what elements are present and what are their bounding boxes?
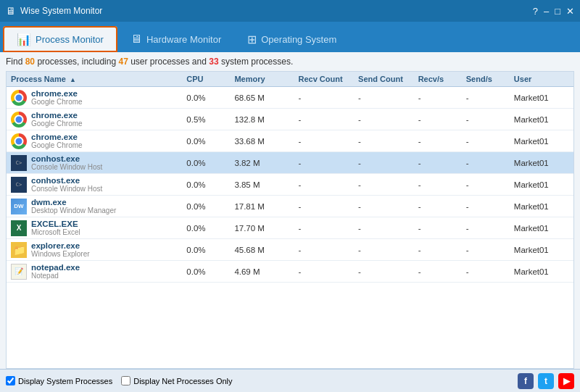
table-row[interactable]: 📁 explorer.exe Windows Explorer 0.0% 45.… [7, 239, 573, 261]
total-count: 80 [25, 57, 35, 67]
process-name: conhost.exe [31, 176, 102, 185]
facebook-link[interactable]: f [518, 373, 534, 389]
process-desc: Windows Explorer [31, 250, 90, 258]
content-area: Find 80 processes, including 47 user pro… [0, 52, 580, 369]
twitter-link[interactable]: t [538, 373, 554, 389]
process-recv: - [294, 261, 354, 283]
process-sends: - [462, 217, 510, 239]
display-system-checkbox[interactable]: Display System Processes [6, 376, 112, 385]
chrome-icon [11, 112, 27, 128]
maximize-button[interactable]: □ [555, 6, 560, 17]
process-name: chrome.exe [31, 89, 83, 98]
col-header-memory[interactable]: Memory [230, 72, 294, 87]
table-row[interactable]: conhost.exe Console Window Host 0.0% 3.8… [7, 152, 573, 174]
table-row[interactable]: chrome.exe Google Chrome 0.0% 68.65 M - … [7, 87, 573, 109]
tab-hardware-monitor[interactable]: 🖥 Hardware Monitor [117, 26, 234, 52]
process-send: - [354, 174, 414, 196]
process-name-cell: chrome.exe Google Chrome [7, 87, 182, 109]
process-send: - [354, 130, 414, 152]
process-memory: 33.68 M [230, 130, 294, 152]
table-row[interactable]: conhost.exe Console Window Host 0.0% 3.8… [7, 174, 573, 196]
table-row[interactable]: X EXCEL.EXE Microsoft Excel 0.0% 17.70 M… [7, 217, 573, 239]
process-recv: - [294, 196, 354, 217]
process-memory: 132.8 M [230, 109, 294, 130]
col-header-recvs[interactable]: Recv/s [414, 72, 462, 87]
process-cpu: 0.0% [182, 196, 230, 217]
col-header-user[interactable]: User [510, 72, 573, 87]
os-icon: ⊞ [247, 33, 257, 46]
process-memory: 3.82 M [230, 152, 294, 174]
process-send: - [354, 239, 414, 261]
process-recv: - [294, 239, 354, 261]
process-name-cell: chrome.exe Google Chrome [7, 109, 182, 130]
process-user: Market01 [510, 217, 573, 239]
process-sends: - [462, 261, 510, 283]
net-checkbox-input[interactable] [121, 376, 130, 385]
col-header-cpu[interactable]: CPU [182, 72, 230, 87]
col-header-send[interactable]: Send Count [354, 72, 414, 87]
process-sends: - [462, 239, 510, 261]
chrome-icon [11, 90, 27, 106]
process-cpu: 0.0% [182, 239, 230, 261]
youtube-link[interactable]: ▶ [558, 373, 574, 389]
process-cpu: 0.5% [182, 109, 230, 130]
process-name-cell: chrome.exe Google Chrome [7, 130, 182, 152]
title-bar: 🖥 Wise System Monitor ? – □ ✕ [0, 0, 580, 22]
conhost-icon [11, 177, 27, 193]
process-desc: Google Chrome [31, 120, 83, 128]
process-cpu: 0.0% [182, 217, 230, 239]
close-button[interactable]: ✕ [566, 6, 574, 17]
process-memory: 68.65 M [230, 87, 294, 109]
col-header-recv[interactable]: Recv Count [294, 72, 354, 87]
tab-os-label: Operating System [261, 34, 336, 45]
bottom-bar: Display System Processes Display Net Pro… [0, 369, 580, 392]
display-net-checkbox[interactable]: Display Net Processes Only [121, 376, 232, 385]
process-send: - [354, 152, 414, 174]
process-recv: - [294, 87, 354, 109]
process-name: notepad.exe [31, 263, 80, 272]
bottom-left: Display System Processes Display Net Pro… [6, 376, 233, 385]
process-recv: - [294, 109, 354, 130]
col-header-sends[interactable]: Send/s [462, 72, 510, 87]
process-recvs: - [414, 87, 462, 109]
process-send: - [354, 261, 414, 283]
process-name-cell: 📝 notepad.exe Notepad [7, 261, 182, 283]
user-count: 47 [118, 57, 128, 67]
table-row[interactable]: chrome.exe Google Chrome 0.5% 132.8 M - … [7, 109, 573, 130]
process-user: Market01 [510, 174, 573, 196]
process-recv: - [294, 217, 354, 239]
help-button[interactable]: ? [533, 6, 538, 17]
process-recv: - [294, 174, 354, 196]
process-recvs: - [414, 261, 462, 283]
conhost-icon [11, 155, 27, 171]
tab-process-monitor[interactable]: 📊 Process Monitor [3, 26, 117, 52]
process-sends: - [462, 87, 510, 109]
table-row[interactable]: chrome.exe Google Chrome 0.0% 33.68 M - … [7, 130, 573, 152]
info-text4: system processes. [219, 57, 294, 67]
system-checkbox-input[interactable] [6, 376, 15, 385]
hardware-monitor-icon: 🖥 [130, 33, 142, 46]
col-header-name[interactable]: Process Name ▲ [7, 72, 182, 87]
table-header-row: Process Name ▲ CPU Memory Recv Count Sen… [7, 72, 573, 87]
process-desc: Notepad [31, 272, 80, 280]
process-monitor-icon: 📊 [17, 33, 31, 46]
system-count: 33 [209, 57, 218, 67]
process-memory: 45.68 M [230, 239, 294, 261]
process-name: chrome.exe [31, 111, 83, 120]
explorer-icon: 📁 [11, 242, 27, 258]
process-cpu: 0.0% [182, 261, 230, 283]
process-cpu: 0.0% [182, 87, 230, 109]
table-row[interactable]: 📝 notepad.exe Notepad 0.0% 4.69 M - - - … [7, 261, 573, 283]
process-send: - [354, 196, 414, 217]
process-desc: Microsoft Excel [31, 228, 80, 236]
table-row[interactable]: DW dwm.exe Desktop Window Manager 0.0% 1… [7, 196, 573, 217]
process-memory: 17.81 M [230, 196, 294, 217]
minimize-button[interactable]: – [544, 6, 549, 17]
process-memory: 17.70 M [230, 217, 294, 239]
tab-operating-system[interactable]: ⊞ Operating System [234, 26, 349, 52]
process-user: Market01 [510, 87, 573, 109]
process-desc: Console Window Host [31, 185, 102, 193]
social-links: f t ▶ [518, 373, 574, 389]
process-cpu: 0.0% [182, 152, 230, 174]
process-name: EXCEL.EXE [31, 220, 80, 228]
